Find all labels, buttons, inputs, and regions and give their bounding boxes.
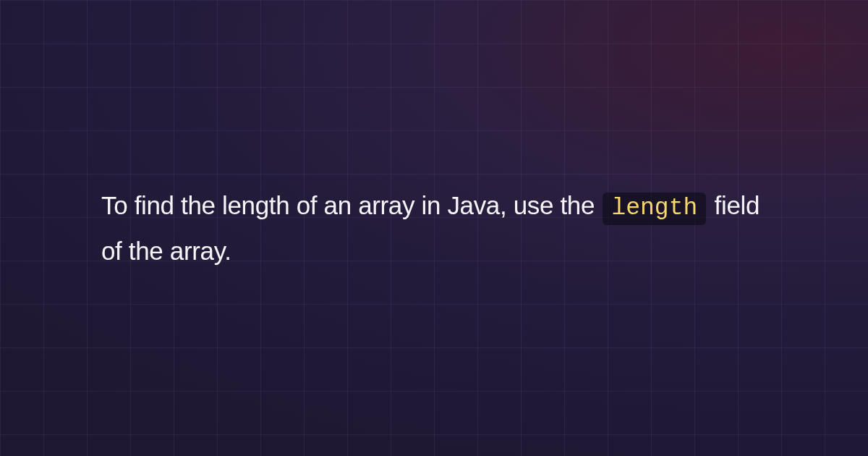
description-text: To find the length of an array in Java, …: [101, 183, 767, 274]
text-before-code: To find the length of an array in Java, …: [101, 191, 601, 219]
content-container: To find the length of an array in Java, …: [0, 0, 868, 456]
code-token: length: [603, 193, 706, 225]
